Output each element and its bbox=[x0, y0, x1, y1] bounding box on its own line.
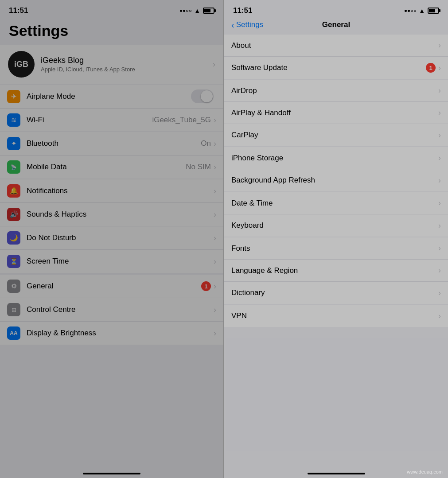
dictionary-chevron-icon: › bbox=[438, 288, 441, 298]
donotdisturb-item[interactable]: 🌙 Do Not Disturb › bbox=[0, 226, 223, 250]
datetime-item[interactable]: Date & Time › bbox=[224, 192, 448, 214]
software-update-item[interactable]: Software Update 1 › bbox=[224, 57, 448, 79]
about-label: About bbox=[231, 41, 438, 50]
background-app-refresh-chevron-icon: › bbox=[438, 176, 441, 185]
general-label: General bbox=[27, 282, 201, 291]
notifications-icon: 🔔 bbox=[7, 184, 20, 198]
fonts-label: Fonts bbox=[231, 244, 438, 253]
carplay-chevron-icon: › bbox=[438, 131, 441, 140]
home-indicator-left bbox=[83, 473, 140, 474]
vpn-item[interactable]: VPN › bbox=[224, 305, 448, 327]
bluetooth-label: Bluetooth bbox=[27, 139, 201, 148]
storage-section: iPhone Storage › Background App Refresh … bbox=[224, 147, 448, 191]
profile-info: iGeeks Blog Apple ID, iCloud, iTunes & A… bbox=[41, 56, 213, 73]
notifications-chevron-icon: › bbox=[214, 187, 216, 196]
avatar-initials: iGB bbox=[14, 60, 28, 69]
mobile-data-label: Mobile Data bbox=[27, 163, 186, 171]
fonts-item[interactable]: Fonts › bbox=[224, 237, 448, 260]
dictionary-item[interactable]: Dictionary › bbox=[224, 282, 448, 304]
bluetooth-value: On bbox=[201, 139, 211, 148]
screentime-item[interactable]: ⏳ Screen Time › bbox=[0, 250, 223, 273]
right-status-icons: ▲ bbox=[405, 7, 439, 14]
display-brightness-chevron-icon: › bbox=[214, 329, 216, 338]
right-status-bar: 11:51 ▲ bbox=[224, 0, 448, 19]
r-signal-dot-2 bbox=[408, 10, 410, 12]
airdrop-section: AirDrop › AirPlay & Handoff › CarPlay › bbox=[224, 80, 448, 146]
display-brightness-item[interactable]: AA Display & Brightness › bbox=[0, 322, 223, 345]
connectivity-section: ✈ Airplane Mode ≋ Wi-Fi iGeeks_Tube_5G ›… bbox=[0, 85, 223, 179]
screentime-label: Screen Time bbox=[27, 257, 214, 266]
screentime-chevron-icon: › bbox=[214, 257, 216, 266]
airdrop-item[interactable]: AirDrop › bbox=[224, 80, 448, 102]
mobile-data-icon: 📡 bbox=[7, 160, 20, 174]
left-status-bar: 11:51 ▲ bbox=[0, 0, 223, 19]
iphone-storage-label: iPhone Storage bbox=[231, 154, 438, 163]
toggle-knob bbox=[201, 90, 213, 102]
fonts-chevron-icon: › bbox=[438, 244, 441, 253]
general-badge: 1 bbox=[201, 281, 211, 291]
software-update-badge: 1 bbox=[426, 63, 436, 73]
iphone-storage-chevron-icon: › bbox=[438, 153, 441, 163]
background-app-refresh-item[interactable]: Background App Refresh › bbox=[224, 169, 448, 191]
general-section: ⚙ General 1 › ⊞ Control Centre › AA Disp… bbox=[0, 275, 223, 345]
profile-chevron-icon: › bbox=[213, 60, 215, 69]
signal-dot-4 bbox=[189, 10, 191, 12]
airplane-mode-icon: ✈ bbox=[7, 90, 20, 103]
donotdisturb-icon: 🌙 bbox=[7, 231, 20, 245]
display-brightness-label: Display & Brightness bbox=[27, 329, 214, 338]
donotdisturb-chevron-icon: › bbox=[214, 233, 216, 243]
iphone-storage-item[interactable]: iPhone Storage › bbox=[224, 147, 448, 169]
about-section: About › Software Update 1 › bbox=[224, 35, 448, 79]
general-icon: ⚙ bbox=[7, 280, 20, 293]
datetime-section: Date & Time › Keyboard › bbox=[224, 192, 448, 237]
airplay-item[interactable]: AirPlay & Handoff › bbox=[224, 102, 448, 124]
about-item[interactable]: About › bbox=[224, 35, 448, 57]
wifi-value: iGeeks_Tube_5G bbox=[152, 116, 211, 124]
battery-icon bbox=[203, 8, 214, 14]
wifi-chevron-icon: › bbox=[214, 116, 216, 125]
signal-dot-2 bbox=[183, 10, 185, 12]
notifications-item[interactable]: 🔔 Notifications › bbox=[0, 179, 223, 203]
right-content: About › Software Update 1 › AirDrop › Ai… bbox=[224, 35, 448, 478]
wifi-icon-item: ≋ bbox=[7, 113, 20, 127]
r-signal-dot-4 bbox=[414, 10, 416, 12]
home-indicator-right bbox=[308, 473, 365, 474]
bluetooth-item[interactable]: ✦ Bluetooth On › bbox=[0, 132, 223, 155]
sounds-item[interactable]: 🔊 Sounds & Haptics › bbox=[0, 203, 223, 226]
airplay-label: AirPlay & Handoff bbox=[231, 109, 438, 117]
airdrop-chevron-icon: › bbox=[438, 86, 441, 95]
software-update-label: Software Update bbox=[231, 63, 426, 72]
display-brightness-icon: AA bbox=[7, 326, 20, 340]
control-centre-item[interactable]: ⊞ Control Centre › bbox=[0, 298, 223, 322]
r-signal-dot-3 bbox=[411, 10, 413, 12]
donotdisturb-label: Do Not Disturb bbox=[27, 233, 214, 242]
sounds-label: Sounds & Haptics bbox=[27, 210, 214, 219]
control-centre-icon: ⊞ bbox=[7, 303, 20, 316]
dictionary-label: Dictionary bbox=[231, 288, 438, 297]
general-item[interactable]: ⚙ General 1 › bbox=[0, 275, 223, 298]
back-button[interactable]: ‹ Settings bbox=[231, 20, 263, 30]
profile-name: iGeeks Blog bbox=[41, 56, 213, 65]
right-signal-icon bbox=[405, 10, 416, 12]
language-region-item[interactable]: Language & Region › bbox=[224, 260, 448, 282]
profile-row[interactable]: iGB iGeeks Blog Apple ID, iCloud, iTunes… bbox=[0, 45, 223, 84]
keyboard-item[interactable]: Keyboard › bbox=[224, 214, 448, 237]
airplane-mode-toggle[interactable] bbox=[191, 89, 214, 103]
wifi-item[interactable]: ≋ Wi-Fi iGeeks_Tube_5G › bbox=[0, 109, 223, 132]
sounds-icon: 🔊 bbox=[7, 208, 20, 221]
datetime-chevron-icon: › bbox=[438, 198, 441, 208]
fonts-section: Fonts › Language & Region › Dictionary › bbox=[224, 237, 448, 304]
airplane-mode-item[interactable]: ✈ Airplane Mode bbox=[0, 85, 223, 109]
mobile-data-item[interactable]: 📡 Mobile Data No SIM › bbox=[0, 155, 223, 179]
keyboard-chevron-icon: › bbox=[438, 221, 441, 230]
signal-dot-3 bbox=[186, 10, 188, 12]
right-wifi-status-icon: ▲ bbox=[419, 7, 425, 14]
mobile-data-chevron-icon: › bbox=[214, 163, 216, 172]
language-region-label: Language & Region bbox=[231, 266, 438, 275]
bluetooth-chevron-icon: › bbox=[214, 139, 216, 148]
nav-bar: ‹ Settings General bbox=[224, 19, 448, 35]
notifications-section: 🔔 Notifications › 🔊 Sounds & Haptics › 🌙… bbox=[0, 179, 223, 273]
vpn-section: VPN › bbox=[224, 305, 448, 327]
back-button-label: Settings bbox=[236, 20, 263, 29]
carplay-item[interactable]: CarPlay › bbox=[224, 124, 448, 146]
